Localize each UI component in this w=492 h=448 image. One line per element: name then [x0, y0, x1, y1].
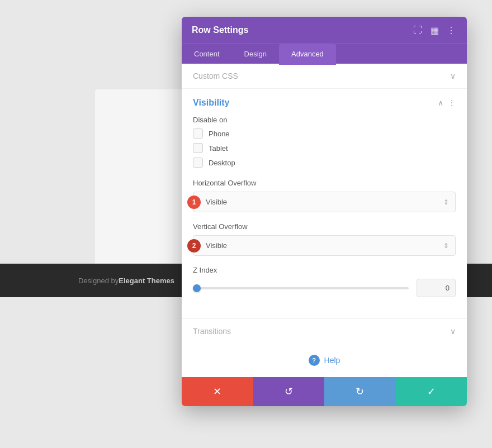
vertical-overflow-select[interactable]: Visible Hidden Scroll Auto [193, 235, 456, 256]
help-text: Help [324, 356, 340, 365]
horizontal-overflow-wrapper: 1 Visible Hidden Scroll Auto ⇕ [193, 192, 456, 212]
z-index-input[interactable] [417, 279, 456, 297]
visibility-more-icon[interactable]: ⋮ [448, 98, 456, 107]
vertical-overflow-group: Vertical Overflow 2 Visible Hidden Scrol… [193, 222, 456, 256]
checkbox-tablet-label: Tablet [209, 144, 228, 152]
checkbox-phone[interactable]: Phone [193, 128, 456, 139]
slider-thumb[interactable] [193, 284, 201, 292]
modal-header: Row Settings ⛶ ▦ ⋮ [182, 17, 467, 44]
custom-css-chevron: ∨ [450, 72, 456, 80]
screen-icon[interactable]: ⛶ [412, 25, 423, 36]
collapse-icon[interactable]: ∧ [438, 98, 443, 107]
z-index-slider[interactable] [193, 287, 409, 289]
vertical-overflow-wrapper: 2 Visible Hidden Scroll Auto ⇕ [193, 235, 456, 256]
tab-design[interactable]: Design [232, 44, 279, 64]
undo-button[interactable]: ↺ [253, 377, 325, 406]
row-settings-modal: Row Settings ⛶ ▦ ⋮ Content Design Advanc… [182, 17, 467, 406]
cancel-button[interactable]: ✕ [182, 377, 253, 406]
horizontal-overflow-select[interactable]: Visible Hidden Scroll Auto [193, 192, 456, 212]
transitions-section[interactable]: Transitions ∨ [182, 319, 467, 344]
checkbox-tablet-box[interactable] [193, 143, 203, 153]
checkbox-desktop[interactable]: Desktop [193, 158, 456, 168]
modal-footer: ✕ ↺ ↻ ✓ [182, 377, 467, 406]
vertical-overflow-label: Vertical Overflow [193, 222, 456, 231]
header-icons: ⛶ ▦ ⋮ [412, 25, 457, 36]
badge-2: 2 [187, 239, 201, 252]
background-card [95, 89, 184, 268]
z-index-group: Z Index [193, 266, 456, 297]
help-icon: ? [309, 355, 320, 366]
z-index-label: Z Index [193, 266, 456, 274]
footer-brand: Elegant Themes [119, 277, 174, 285]
checkbox-phone-label: Phone [209, 130, 230, 138]
help-row[interactable]: ? Help [182, 344, 467, 377]
checkbox-tablet[interactable]: Tablet [193, 143, 456, 153]
tab-advanced[interactable]: Advanced [279, 44, 336, 64]
custom-css-label: Custom CSS [193, 72, 238, 80]
visibility-title-row: Visibility ∧ ⋮ [193, 98, 456, 108]
slider-track [193, 287, 409, 289]
redo-button[interactable]: ↻ [324, 377, 396, 406]
visibility-actions: ∧ ⋮ [438, 98, 456, 107]
columns-icon[interactable]: ▦ [429, 25, 440, 36]
modal-title: Row Settings [192, 25, 248, 35]
visibility-title: Visibility [193, 98, 230, 108]
more-icon[interactable]: ⋮ [446, 25, 457, 36]
save-button[interactable]: ✓ [396, 377, 467, 406]
disable-on-checkboxes: Phone Tablet Desktop [193, 128, 456, 168]
disable-on-label: Disable on [193, 116, 456, 124]
transitions-chevron: ∨ [450, 327, 456, 336]
transitions-label: Transitions [193, 327, 231, 336]
checkbox-phone-box[interactable] [193, 128, 203, 139]
modal-tabs: Content Design Advanced [182, 44, 467, 64]
checkbox-desktop-box[interactable] [193, 158, 203, 168]
horizontal-overflow-group: Horizontal Overflow 1 Visible Hidden Scr… [193, 179, 456, 212]
footer-text: Designed by [78, 277, 119, 285]
badge-1: 1 [187, 196, 201, 209]
modal-body: Custom CSS ∨ Visibility ∧ ⋮ Disable on P… [182, 64, 467, 377]
z-index-row [193, 279, 456, 297]
checkbox-desktop-label: Desktop [209, 159, 235, 167]
horizontal-overflow-label: Horizontal Overflow [193, 179, 456, 187]
custom-css-section[interactable]: Custom CSS ∨ [182, 64, 467, 89]
visibility-section: Visibility ∧ ⋮ Disable on Phone Tablet [182, 89, 467, 319]
tab-content[interactable]: Content [182, 44, 232, 64]
